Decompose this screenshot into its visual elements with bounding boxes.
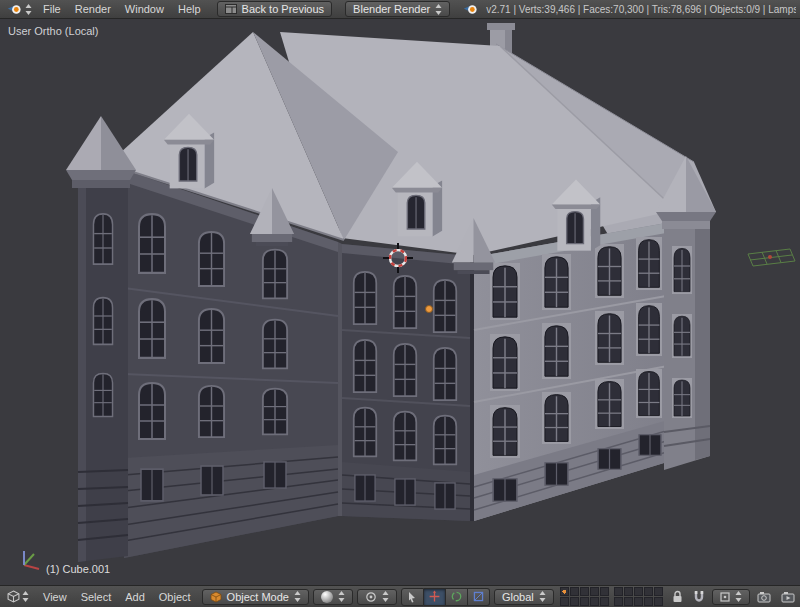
opengl-render-still-button[interactable]	[754, 591, 774, 603]
manipulator-translate-toggle[interactable]	[424, 588, 446, 606]
blender-logo-icon	[463, 3, 479, 16]
active-object-label: (1) Cube.001	[46, 563, 110, 575]
view-mode-label: User Ortho (Local)	[8, 25, 98, 37]
scene-canvas[interactable]	[0, 19, 800, 585]
snap-toggle[interactable]	[690, 590, 708, 604]
viewport-shading-selector[interactable]	[313, 589, 353, 605]
render-engine-label: Blender Render	[353, 3, 430, 15]
menu-help[interactable]: Help	[171, 3, 208, 15]
origin-dot	[426, 306, 433, 313]
blender-logo-icon	[7, 3, 23, 16]
updown-arrows-icon	[735, 591, 742, 602]
layer-cell[interactable]	[624, 587, 633, 596]
layer-cell[interactable]	[560, 597, 569, 606]
left-tower	[66, 116, 136, 562]
layer-cell[interactable]	[614, 597, 623, 606]
layer-cell[interactable]	[644, 587, 653, 596]
manipulator-pointer-toggle[interactable]	[401, 588, 424, 606]
layers-group-1	[560, 587, 609, 606]
translate-manipulator-icon	[428, 590, 441, 603]
viewport-menus: View Select Add Object	[36, 591, 198, 603]
orientation-label: Global	[502, 591, 534, 603]
editor-3dview-icon	[7, 590, 20, 603]
manipulator-rotate-toggle[interactable]	[446, 588, 468, 606]
transform-orientation-selector[interactable]: Global	[494, 589, 554, 605]
layer-cell[interactable]	[600, 597, 609, 606]
layer-cell[interactable]	[614, 587, 623, 596]
render-animation-icon	[781, 591, 795, 603]
render-engine-selector[interactable]: Blender Render	[345, 1, 450, 17]
scene-stats: v2.71 | Verts:39,466 | Faces:70,300 | Tr…	[486, 4, 796, 15]
layer-cell[interactable]	[600, 587, 609, 596]
updown-arrows-icon	[382, 591, 389, 602]
mini-axis-gizmo	[8, 547, 42, 581]
rotate-manipulator-icon	[450, 590, 463, 603]
snap-element-icon	[720, 592, 730, 602]
layer-cell[interactable]	[580, 597, 589, 606]
manipulator-scale-toggle[interactable]	[468, 588, 490, 606]
lock-scene-toggle[interactable]	[669, 590, 686, 603]
blender-window: File Render Window Help Back to Previous…	[0, 0, 800, 607]
updown-arrows-icon	[25, 4, 32, 15]
updown-arrows-icon	[22, 591, 29, 602]
snap-element-selector[interactable]	[712, 589, 750, 605]
scale-manipulator-icon	[472, 590, 485, 603]
layer-cell[interactable]	[570, 597, 579, 606]
layers-grid	[560, 587, 663, 606]
updown-arrows-icon	[338, 591, 345, 602]
screen-layout-icon	[225, 4, 237, 14]
viewport-3d[interactable]: User Ortho (Local) (1) Cube.001	[0, 19, 800, 585]
updown-arrows-icon	[294, 591, 301, 602]
screen-layout-label: Back to Previous	[242, 3, 325, 15]
info-header: File Render Window Help Back to Previous…	[0, 0, 800, 19]
menu-select[interactable]: Select	[74, 591, 119, 603]
object-mode-cube-icon	[210, 591, 222, 603]
layer-cell[interactable]	[590, 587, 599, 596]
layer-cell[interactable]	[654, 587, 663, 596]
menu-render[interactable]: Render	[68, 3, 118, 15]
mode-selector[interactable]: Object Mode	[202, 589, 309, 605]
layer-cell[interactable]	[634, 587, 643, 596]
layer-cell[interactable]	[570, 587, 579, 596]
updown-arrows-icon	[435, 4, 442, 15]
lock-icon	[672, 590, 683, 603]
pointer-icon	[407, 591, 417, 603]
opengl-render-anim-button[interactable]	[778, 591, 798, 603]
magnet-icon	[693, 590, 705, 604]
layer-cell[interactable]	[590, 597, 599, 606]
distant-object	[748, 249, 795, 266]
updown-arrows-icon	[539, 591, 546, 602]
menu-window[interactable]: Window	[118, 3, 171, 15]
layer-cell[interactable]	[644, 597, 653, 606]
top-menus: File Render Window Help	[36, 3, 208, 15]
viewport-header: View Select Add Object Object Mode	[0, 585, 800, 607]
building-model[interactable]	[66, 23, 716, 562]
shading-sphere-icon	[321, 591, 333, 603]
editor-type-selector-bottom[interactable]	[4, 590, 32, 603]
layer-cell[interactable]	[634, 597, 643, 606]
pivot-point-selector[interactable]	[357, 589, 397, 605]
menu-file[interactable]: File	[36, 3, 68, 15]
layer-cell[interactable]	[624, 597, 633, 606]
mode-label: Object Mode	[227, 591, 289, 603]
layers-group-2	[614, 587, 663, 606]
menu-object[interactable]: Object	[152, 591, 198, 603]
layer-cell[interactable]	[560, 587, 569, 596]
layer-cell[interactable]	[580, 587, 589, 596]
menu-view[interactable]: View	[36, 591, 74, 603]
layer-cell[interactable]	[654, 597, 663, 606]
screen-layout-selector[interactable]: Back to Previous	[217, 1, 333, 17]
right-tower	[656, 156, 716, 470]
render-camera-icon	[757, 591, 771, 603]
editor-type-selector-top[interactable]	[4, 3, 35, 16]
pivot-icon	[365, 591, 377, 603]
manipulator-toggles	[401, 588, 490, 606]
menu-add[interactable]: Add	[118, 591, 152, 603]
